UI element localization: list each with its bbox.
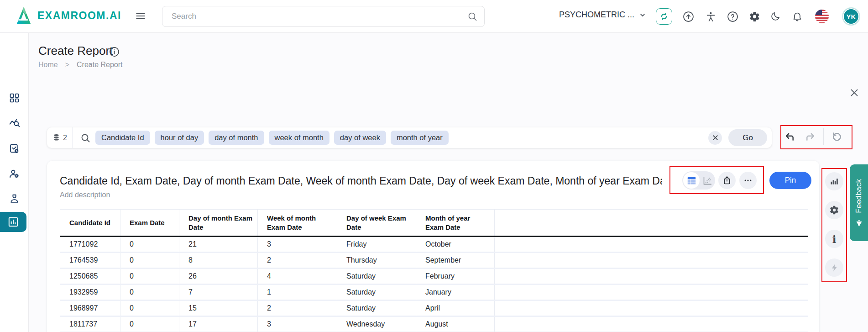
query-chips: Candidate Idhour of dayday of monthweek … — [95, 131, 449, 145]
bar-chart-tool-icon — [830, 177, 839, 186]
org-selector-dropdown[interactable]: PSYCHOMETRIC ... — [559, 10, 646, 20]
gear-icon — [749, 11, 760, 22]
table-row[interactable]: 19689970152SaturdayApril — [60, 300, 808, 316]
table-cell: September — [416, 253, 495, 269]
sidebar-item-reports-active[interactable] — [0, 212, 26, 232]
redo-button[interactable] — [804, 131, 816, 143]
query-bar: 2 Candidate Idhour of dayday of monthwee… — [47, 127, 772, 148]
search-input[interactable] — [172, 12, 467, 21]
query-search-icon[interactable] — [80, 132, 91, 143]
table-row[interactable]: 12506850264SaturdayFebruary — [60, 269, 808, 285]
query-chip[interactable]: Candidate Id — [95, 131, 150, 145]
reset-history-icon — [831, 131, 843, 142]
moon-icon — [770, 11, 781, 21]
table-cell: April — [416, 300, 495, 316]
table-cell-filler — [495, 285, 808, 300]
go-button[interactable]: Go — [728, 129, 767, 146]
sidebar-item-analytics[interactable] — [0, 114, 29, 132]
reset-button[interactable] — [831, 131, 843, 142]
notifications-button[interactable] — [792, 11, 803, 22]
settings-tool-button[interactable] — [825, 201, 843, 219]
breadcrumb: Home > Create Report — [38, 61, 123, 69]
table-row[interactable]: 18117370173WednesdayAugust — [60, 316, 808, 332]
table-cell: 0 — [120, 237, 179, 253]
dataset-badge[interactable]: 2 — [47, 127, 73, 148]
column-header[interactable]: Month of year Exam Date — [416, 210, 495, 237]
column-header[interactable]: Day of week Exam Date — [337, 210, 416, 237]
sidebar-item-user-settings[interactable] — [0, 164, 29, 183]
close-icon[interactable] — [848, 87, 861, 100]
table-cell: Saturday — [337, 300, 416, 316]
global-search — [162, 6, 485, 27]
clear-query-button[interactable] — [708, 131, 722, 145]
sidebar-item-dashboard[interactable] — [0, 89, 29, 107]
info-tool-button[interactable]: i — [825, 230, 843, 248]
table-cell: 17 — [179, 316, 258, 332]
query-chip[interactable]: hour of day — [155, 131, 204, 145]
add-description[interactable]: Add description — [60, 191, 110, 199]
chart-view-button[interactable] — [700, 172, 714, 189]
quick-actions-button[interactable] — [825, 258, 843, 277]
breadcrumb-home[interactable]: Home — [38, 61, 58, 69]
upload-icon — [683, 11, 694, 22]
user-icon — [9, 193, 20, 204]
task-clock-icon — [9, 143, 20, 154]
table-row[interactable]: 17710920213FridayOctober — [60, 237, 808, 253]
sidebar-item-exam-schedule[interactable] — [0, 139, 29, 158]
chart-settings-button[interactable] — [825, 172, 843, 190]
query-chip[interactable]: day of week — [334, 131, 386, 145]
table-cell: October — [416, 237, 495, 253]
table-row[interactable]: 1932959071SaturdayJanuary — [60, 285, 808, 300]
column-header[interactable]: Exam Date — [120, 210, 179, 237]
table-cell: August — [416, 316, 495, 332]
dark-mode-button[interactable] — [770, 11, 781, 21]
column-header[interactable]: Day of month Exam Date — [179, 210, 258, 237]
table-cell: Saturday — [337, 285, 416, 300]
table-cell: 0 — [120, 285, 179, 300]
share-button[interactable] — [718, 172, 736, 189]
feedback-tab[interactable]: Feedback — [850, 164, 868, 241]
sync-button[interactable] — [656, 8, 672, 25]
undo-button[interactable] — [784, 131, 796, 143]
table-cell: 0 — [120, 316, 179, 332]
brand-logo[interactable]: EXAMROOM.AI — [16, 6, 121, 25]
column-header[interactable]: Candidate Id — [60, 210, 120, 237]
table-cell: 0 — [120, 300, 179, 316]
view-toggle — [682, 171, 715, 190]
upload-button[interactable] — [683, 11, 694, 22]
table-cell: 1764539 — [60, 253, 120, 269]
settings-button[interactable] — [749, 11, 760, 22]
hamburger-menu-icon[interactable] — [134, 10, 147, 23]
table-header-row: Candidate IdExam DateDay of month Exam D… — [60, 210, 808, 237]
language-flag-icon[interactable] — [815, 10, 829, 23]
column-header[interactable]: Week of month Exam Date — [258, 210, 337, 237]
page-info-icon[interactable] — [109, 47, 120, 58]
bar-chart-icon — [7, 216, 19, 228]
query-chip[interactable]: month of year — [391, 131, 449, 145]
query-chip[interactable]: day of month — [209, 131, 264, 145]
table-cell-filler — [495, 316, 808, 332]
table-cell: 4 — [258, 269, 337, 285]
more-options-button[interactable] — [739, 172, 757, 189]
help-icon — [727, 11, 738, 22]
table-view-button[interactable] — [683, 172, 700, 189]
table-cell: January — [416, 285, 495, 300]
search-icon[interactable] — [467, 11, 478, 22]
scatter-chart-icon — [702, 176, 712, 185]
table-cell: 1250685 — [60, 269, 120, 285]
pin-button[interactable]: Pin — [769, 172, 811, 189]
brand-name: EXAMROOM.AI — [37, 10, 121, 22]
sidebar-item-proctor[interactable] — [0, 189, 29, 207]
table-row[interactable]: 1764539082ThursdaySeptember — [60, 253, 808, 269]
table-cell-filler — [495, 269, 808, 285]
table-cell: 0 — [120, 253, 179, 269]
table-view-icon — [687, 176, 696, 185]
gear-tool-icon — [829, 205, 839, 215]
breadcrumb-current: Create Report — [77, 61, 123, 69]
user-avatar[interactable]: YK — [842, 7, 860, 26]
history-divider — [823, 128, 824, 145]
dataset-count: 2 — [63, 134, 67, 142]
query-chip[interactable]: week of month — [269, 131, 329, 145]
help-button[interactable] — [727, 11, 738, 22]
accessibility-button[interactable] — [705, 11, 716, 22]
